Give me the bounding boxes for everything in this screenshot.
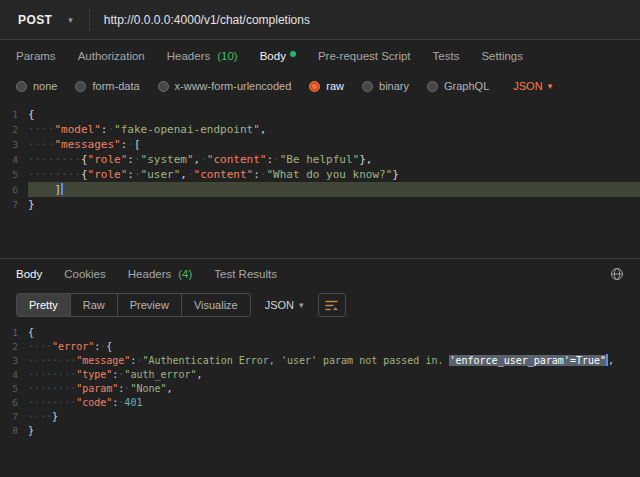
tab-pre-request-script[interactable]: Pre-request Script: [318, 50, 411, 62]
view-preview-button[interactable]: Preview: [118, 294, 182, 316]
response-tab-headers[interactable]: Headers(4): [128, 268, 193, 280]
response-tab-test-results[interactable]: Test Results: [214, 268, 277, 280]
code-token: ········: [28, 383, 76, 394]
method-selector[interactable]: POST ▾: [0, 13, 89, 27]
globe-icon[interactable]: [610, 267, 624, 281]
tab-label: Cookies: [64, 268, 106, 280]
body-type-raw[interactable]: raw: [309, 80, 344, 92]
selected-text: 'enforce_user_param'=True": [449, 355, 606, 366]
response-view-switcher: Pretty Raw Preview Visualize: [16, 293, 251, 317]
code-line[interactable]: 7}: [0, 197, 640, 212]
request-body-editor[interactable]: 1{2····"model":·"fake-openai-endpoint",3…: [0, 101, 640, 258]
code-line[interactable]: 5········{"role":·"user",·"content":·"Wh…: [0, 167, 640, 182]
method-label: POST: [18, 13, 52, 27]
tab-body[interactable]: Body: [260, 50, 296, 62]
response-tab-cookies[interactable]: Cookies: [64, 268, 106, 280]
raw-language-dropdown[interactable]: JSON ▾: [513, 80, 552, 92]
tab-tests[interactable]: Tests: [433, 50, 460, 62]
code-token: ·: [134, 168, 141, 181]
code-line[interactable]: 1{: [0, 107, 640, 122]
line-content[interactable]: ········{"role":·"system",·"content":·"B…: [28, 152, 640, 167]
code-token: "code": [76, 397, 112, 408]
tab-settings[interactable]: Settings: [481, 50, 523, 62]
code-line[interactable]: 2····"model":·"fake-openai-endpoint",: [0, 122, 640, 137]
body-type-form-data[interactable]: form-data: [75, 80, 139, 92]
radio-label: raw: [326, 80, 344, 92]
view-visualize-button[interactable]: Visualize: [182, 294, 250, 316]
radio-icon: [158, 81, 169, 92]
code-line: 8}: [0, 424, 640, 438]
body-type-graphql[interactable]: GraphQL: [427, 80, 489, 92]
code-token: "What do you know?": [266, 168, 392, 181]
code-token: "fake-openai-endpoint": [114, 123, 260, 136]
body-type-binary[interactable]: binary: [362, 80, 409, 92]
code-line[interactable]: 3····"messages":·[: [0, 137, 640, 152]
code-token: ········: [28, 369, 76, 380]
line-content[interactable]: ········{"role":·"user",·"content":·"Wha…: [28, 167, 640, 182]
line-number: 3: [0, 354, 28, 368]
code-token: "user": [141, 168, 181, 181]
code-line: 5········"param":·"None",: [0, 382, 640, 396]
chevron-down-icon: ▾: [299, 300, 304, 310]
line-number: 2: [0, 122, 28, 137]
line-number: 1: [0, 107, 28, 122]
code-token: "param": [76, 383, 118, 394]
code-token: {: [28, 108, 35, 121]
code-token: ]: [55, 183, 62, 196]
code-token: "error": [52, 341, 94, 352]
tab-authorization[interactable]: Authorization: [78, 50, 145, 62]
code-token: "None": [130, 383, 166, 394]
code-token: }: [28, 198, 35, 211]
tab-params[interactable]: Params: [16, 50, 56, 62]
line-content[interactable]: ····"messages":·[: [28, 137, 640, 152]
code-token: {: [81, 168, 88, 181]
radio-selected-icon: [309, 81, 320, 92]
line-content[interactable]: {: [28, 107, 640, 122]
code-token: ········: [28, 168, 81, 181]
tab-label: Pre-request Script: [318, 50, 411, 62]
code-token: ,: [167, 383, 173, 394]
response-body-viewer[interactable]: 1{2····"error":·{3········"message":·"Au…: [0, 322, 640, 477]
code-line: 3········"message":·"Authentication Erro…: [0, 354, 640, 368]
response-tabs: Body Cookies Headers(4) Test Results: [0, 258, 640, 288]
wrap-lines-button[interactable]: [318, 293, 346, 317]
view-label: Visualize: [194, 299, 238, 311]
code-line: 1{: [0, 326, 640, 340]
url-input[interactable]: http://0.0.0.0:4000/v1/chat/completions: [90, 13, 640, 27]
radio-label: none: [33, 80, 57, 92]
line-content[interactable]: ····]: [28, 182, 640, 197]
tab-headers[interactable]: Headers(10): [167, 50, 238, 62]
line-content[interactable]: }: [28, 197, 640, 212]
line-content[interactable]: ····"model":·"fake-openai-endpoint",: [28, 122, 640, 137]
code-token: :: [127, 168, 134, 181]
code-token: "content": [207, 153, 267, 166]
tab-label: Test Results: [214, 268, 277, 280]
radio-label: x-www-form-urlencoded: [175, 80, 292, 92]
response-tab-body[interactable]: Body: [16, 268, 42, 280]
code-token: "system": [141, 153, 194, 166]
body-type-none[interactable]: none: [16, 80, 57, 92]
line-content: {: [28, 326, 640, 340]
line-number: 7: [0, 197, 28, 212]
body-type-urlencoded[interactable]: x-www-form-urlencoded: [158, 80, 292, 92]
code-token: ,: [260, 123, 267, 136]
radio-icon: [427, 81, 438, 92]
code-token: }: [28, 425, 34, 436]
code-line[interactable]: 4········{"role":·"system",·"content":·"…: [0, 152, 640, 167]
line-number: 8: [0, 424, 28, 438]
line-number: 6: [0, 182, 28, 197]
code-token: ·: [273, 153, 280, 166]
tab-label: Params: [16, 50, 56, 62]
line-content: ········"message":·"Authentication Error…: [28, 354, 640, 368]
code-token: {: [81, 153, 88, 166]
line-content: ········"code":·401: [28, 396, 640, 410]
response-language-dropdown[interactable]: JSON ▾: [261, 299, 308, 311]
body-type-row: none form-data x-www-form-urlencoded raw…: [0, 71, 640, 101]
code-line[interactable]: 6····]: [0, 182, 640, 197]
line-number: 1: [0, 326, 28, 340]
code-token: ····: [28, 341, 52, 352]
chevron-down-icon: ▾: [68, 15, 73, 25]
view-raw-button[interactable]: Raw: [71, 294, 118, 316]
view-pretty-button[interactable]: Pretty: [17, 294, 71, 316]
line-number: 6: [0, 396, 28, 410]
